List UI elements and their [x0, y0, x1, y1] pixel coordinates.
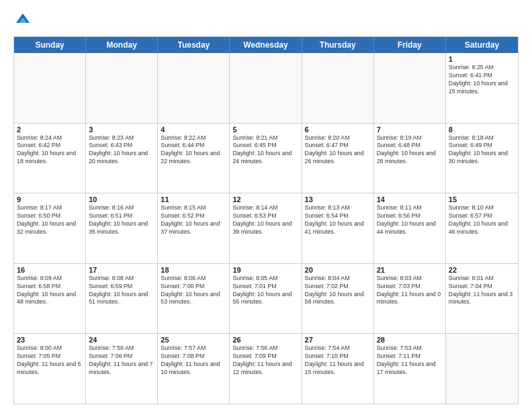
day-number: 1 [449, 55, 515, 63]
empty-cell [302, 53, 374, 123]
day-number: 28 [377, 336, 443, 344]
calendar-row-4: 23Sunrise: 8:00 AM Sunset: 7:05 PM Dayli… [14, 334, 518, 404]
logo-icon [13, 11, 32, 30]
day-number: 22 [449, 266, 515, 274]
day-cell-8: 8Sunrise: 8:18 AM Sunset: 6:49 PM Daylig… [446, 124, 518, 193]
day-cell-2: 2Sunrise: 8:24 AM Sunset: 6:42 PM Daylig… [14, 124, 86, 193]
day-number: 14 [377, 195, 443, 203]
day-cell-6: 6Sunrise: 8:20 AM Sunset: 6:47 PM Daylig… [302, 124, 374, 193]
day-number: 19 [232, 266, 298, 274]
day-cell-21: 21Sunrise: 8:03 AM Sunset: 7:03 PM Dayli… [374, 264, 446, 334]
day-number: 18 [161, 266, 226, 274]
empty-cell [230, 53, 302, 123]
day-number: 16 [17, 266, 83, 274]
day-number: 23 [17, 336, 83, 344]
day-cell-12: 12Sunrise: 8:14 AM Sunset: 6:53 PM Dayli… [230, 193, 302, 263]
day-info: Sunrise: 7:57 AM Sunset: 7:08 PM Dayligh… [161, 345, 226, 377]
day-cell-5: 5Sunrise: 8:21 AM Sunset: 6:45 PM Daylig… [230, 124, 302, 193]
day-cell-10: 10Sunrise: 8:16 AM Sunset: 6:51 PM Dayli… [86, 193, 158, 263]
day-cell-1: 1Sunrise: 8:25 AM Sunset: 6:41 PM Daylig… [446, 53, 518, 123]
day-number: 8 [449, 126, 515, 134]
page: SundayMondayTuesdayWednesdayThursdayFrid… [0, 0, 532, 411]
calendar-body: 1Sunrise: 8:25 AM Sunset: 6:41 PM Daylig… [14, 53, 518, 404]
day-cell-7: 7Sunrise: 8:19 AM Sunset: 6:48 PM Daylig… [374, 124, 446, 193]
day-cell-3: 3Sunrise: 8:23 AM Sunset: 6:43 PM Daylig… [86, 124, 158, 193]
empty-cell [158, 53, 230, 123]
day-cell-14: 14Sunrise: 8:11 AM Sunset: 6:56 PM Dayli… [374, 193, 446, 263]
day-number: 10 [89, 195, 154, 203]
day-number: 26 [232, 336, 298, 344]
day-number: 3 [89, 126, 154, 134]
calendar-row-0: 1Sunrise: 8:25 AM Sunset: 6:41 PM Daylig… [14, 53, 518, 124]
day-number: 9 [17, 195, 83, 203]
day-cell-26: 26Sunrise: 7:56 AM Sunset: 7:09 PM Dayli… [230, 334, 302, 404]
day-number: 24 [89, 336, 154, 344]
day-info: Sunrise: 8:21 AM Sunset: 6:45 PM Dayligh… [232, 134, 298, 167]
day-cell-16: 16Sunrise: 8:09 AM Sunset: 6:58 PM Dayli… [14, 264, 86, 334]
day-cell-24: 24Sunrise: 7:59 AM Sunset: 7:06 PM Dayli… [86, 334, 158, 404]
empty-cell [374, 53, 446, 123]
day-info: Sunrise: 8:11 AM Sunset: 6:56 PM Dayligh… [377, 204, 443, 236]
day-number: 21 [377, 266, 443, 274]
calendar-row-3: 16Sunrise: 8:09 AM Sunset: 6:58 PM Dayli… [14, 264, 518, 334]
day-number: 15 [449, 195, 515, 203]
day-info: Sunrise: 8:10 AM Sunset: 6:57 PM Dayligh… [449, 204, 515, 236]
empty-cell [446, 334, 518, 404]
calendar-row-2: 9Sunrise: 8:17 AM Sunset: 6:50 PM Daylig… [14, 193, 518, 264]
day-cell-28: 28Sunrise: 7:53 AM Sunset: 7:11 PM Dayli… [374, 334, 446, 404]
day-number: 7 [377, 126, 443, 134]
day-info: Sunrise: 8:17 AM Sunset: 6:50 PM Dayligh… [17, 204, 83, 236]
logo [13, 11, 35, 30]
day-number: 17 [89, 266, 154, 274]
day-number: 25 [161, 336, 226, 344]
day-cell-20: 20Sunrise: 8:04 AM Sunset: 7:02 PM Dayli… [302, 264, 374, 334]
header-day-friday: Friday [374, 37, 446, 53]
calendar-header: SundayMondayTuesdayWednesdayThursdayFrid… [14, 37, 518, 53]
day-info: Sunrise: 8:00 AM Sunset: 7:05 PM Dayligh… [17, 345, 83, 377]
day-cell-25: 25Sunrise: 7:57 AM Sunset: 7:08 PM Dayli… [158, 334, 230, 404]
day-info: Sunrise: 8:24 AM Sunset: 6:42 PM Dayligh… [17, 134, 83, 167]
day-cell-15: 15Sunrise: 8:10 AM Sunset: 6:57 PM Dayli… [446, 193, 518, 263]
header-day-monday: Monday [86, 37, 158, 53]
day-info: Sunrise: 7:53 AM Sunset: 7:11 PM Dayligh… [377, 345, 443, 377]
header [13, 11, 519, 30]
day-info: Sunrise: 8:19 AM Sunset: 6:48 PM Dayligh… [377, 134, 443, 167]
header-day-thursday: Thursday [302, 37, 374, 53]
day-info: Sunrise: 8:20 AM Sunset: 6:47 PM Dayligh… [305, 134, 371, 167]
day-number: 12 [232, 195, 298, 203]
day-number: 11 [161, 195, 226, 203]
day-cell-4: 4Sunrise: 8:22 AM Sunset: 6:44 PM Daylig… [158, 124, 230, 193]
calendar: SundayMondayTuesdayWednesdayThursdayFrid… [13, 36, 519, 404]
day-info: Sunrise: 8:22 AM Sunset: 6:44 PM Dayligh… [161, 134, 226, 167]
day-info: Sunrise: 8:15 AM Sunset: 6:52 PM Dayligh… [161, 204, 226, 236]
calendar-row-1: 2Sunrise: 8:24 AM Sunset: 6:42 PM Daylig… [14, 124, 518, 194]
day-cell-27: 27Sunrise: 7:54 AM Sunset: 7:10 PM Dayli… [302, 334, 374, 404]
day-number: 4 [161, 126, 226, 134]
empty-cell [86, 53, 158, 123]
day-info: Sunrise: 7:59 AM Sunset: 7:06 PM Dayligh… [89, 345, 154, 377]
day-number: 13 [305, 195, 371, 203]
day-info: Sunrise: 8:13 AM Sunset: 6:54 PM Dayligh… [305, 204, 371, 236]
day-info: Sunrise: 8:16 AM Sunset: 6:51 PM Dayligh… [89, 204, 154, 236]
day-info: Sunrise: 8:18 AM Sunset: 6:49 PM Dayligh… [449, 134, 515, 167]
day-info: Sunrise: 8:03 AM Sunset: 7:03 PM Dayligh… [377, 275, 443, 307]
header-day-wednesday: Wednesday [230, 37, 302, 53]
day-cell-19: 19Sunrise: 8:05 AM Sunset: 7:01 PM Dayli… [230, 264, 302, 334]
day-info: Sunrise: 8:14 AM Sunset: 6:53 PM Dayligh… [232, 204, 298, 236]
day-number: 20 [305, 266, 371, 274]
day-info: Sunrise: 8:23 AM Sunset: 6:43 PM Dayligh… [89, 134, 154, 167]
day-number: 5 [232, 126, 298, 134]
header-day-sunday: Sunday [14, 37, 86, 53]
day-info: Sunrise: 8:25 AM Sunset: 6:41 PM Dayligh… [449, 64, 515, 96]
day-info: Sunrise: 8:06 AM Sunset: 7:00 PM Dayligh… [161, 275, 226, 307]
day-number: 2 [17, 126, 83, 134]
day-cell-13: 13Sunrise: 8:13 AM Sunset: 6:54 PM Dayli… [302, 193, 374, 263]
day-info: Sunrise: 7:54 AM Sunset: 7:10 PM Dayligh… [305, 345, 371, 377]
day-cell-22: 22Sunrise: 8:01 AM Sunset: 7:04 PM Dayli… [446, 264, 518, 334]
day-info: Sunrise: 8:09 AM Sunset: 6:58 PM Dayligh… [17, 275, 83, 307]
header-day-saturday: Saturday [446, 37, 518, 53]
day-info: Sunrise: 8:04 AM Sunset: 7:02 PM Dayligh… [305, 275, 371, 307]
day-cell-18: 18Sunrise: 8:06 AM Sunset: 7:00 PM Dayli… [158, 264, 230, 334]
day-info: Sunrise: 8:08 AM Sunset: 6:59 PM Dayligh… [89, 275, 154, 307]
day-number: 27 [305, 336, 371, 344]
